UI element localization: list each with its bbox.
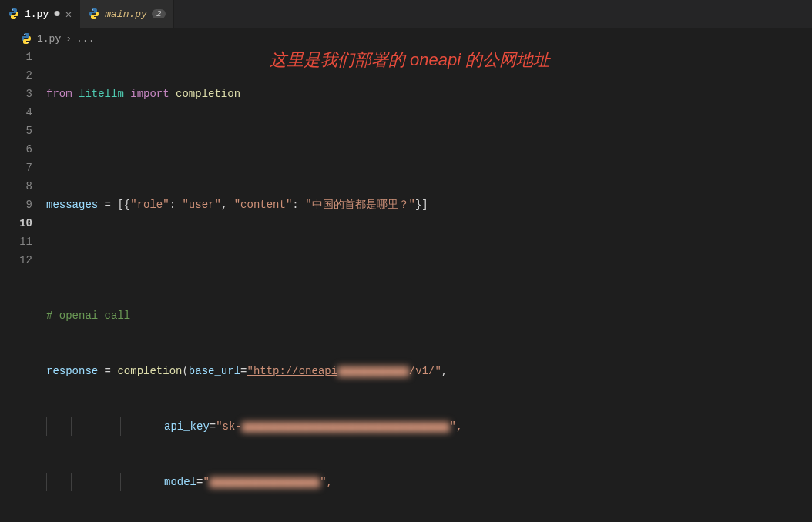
annotation-text: 这里是我们部署的 oneapi 的公网地址: [270, 51, 550, 69]
svg-point-2: [92, 9, 93, 10]
breadcrumb-file: 1.py: [37, 33, 61, 45]
python-icon: [88, 8, 100, 20]
tab-count-badge: 2: [152, 9, 166, 18]
close-icon[interactable]: ✕: [65, 8, 72, 21]
modified-dot: ●: [53, 8, 61, 20]
svg-point-4: [24, 34, 25, 35]
svg-point-0: [12, 9, 12, 10]
tab-bar: 1.py ● ✕ main.py 2: [0, 0, 812, 28]
python-icon: [20, 32, 32, 45]
breadcrumb-more: ...: [76, 33, 94, 45]
tab-1py[interactable]: 1.py ● ✕: [0, 0, 80, 28]
code-area[interactable]: from litellm import completion messages …: [46, 48, 812, 522]
python-icon: [8, 8, 20, 20]
chevron-right-icon: ›: [65, 33, 72, 45]
tab-label: 1.py: [25, 8, 49, 20]
tab-mainpy[interactable]: main.py 2: [80, 0, 174, 28]
breadcrumb[interactable]: 1.py › ...: [0, 28, 812, 48]
line-gutter: 1 2 3 4 5 6 7 8 9 10 11 12: [0, 48, 46, 522]
svg-point-1: [15, 18, 15, 18]
svg-point-3: [96, 18, 96, 18]
code-editor[interactable]: 这里是我们部署的 oneapi 的公网地址 1 2 3 4 5 6 7 8 9 …: [0, 48, 812, 522]
svg-point-5: [27, 42, 28, 43]
tab-label: main.py: [105, 8, 147, 20]
